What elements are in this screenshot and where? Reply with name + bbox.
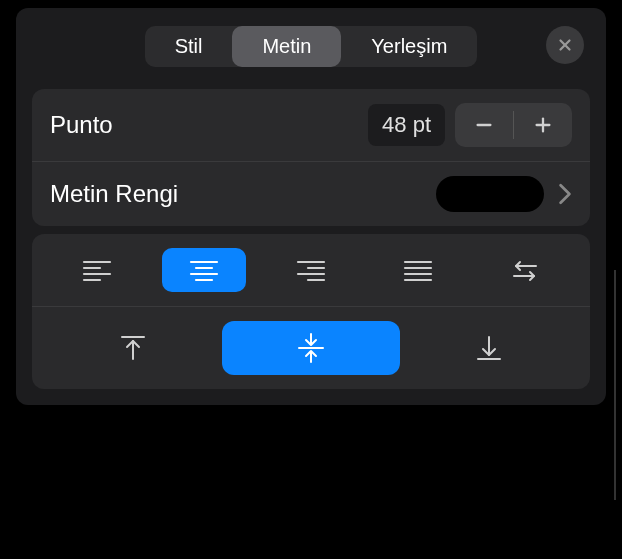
text-color-label: Metin Rengi — [50, 180, 436, 208]
close-icon — [556, 36, 574, 54]
align-left-icon — [82, 258, 112, 282]
font-size-label: Punto — [50, 111, 368, 139]
alignment-section — [32, 234, 590, 389]
horizontal-alignment-row — [32, 234, 590, 306]
text-direction-button[interactable] — [483, 248, 567, 292]
callout-line — [614, 270, 616, 500]
tab-style[interactable]: Stil — [145, 26, 233, 67]
align-left-button[interactable] — [55, 248, 139, 292]
plus-icon — [532, 114, 554, 136]
format-panel: Stil Metin Yerleşim Punto 48 pt — [16, 8, 606, 405]
valign-bottom-button[interactable] — [400, 321, 578, 375]
align-justify-button[interactable] — [376, 248, 460, 292]
close-button[interactable] — [546, 26, 584, 64]
text-color-swatch[interactable] — [436, 176, 544, 212]
text-color-row[interactable]: Metin Rengi — [32, 161, 590, 226]
font-size-value[interactable]: 48 pt — [368, 104, 445, 146]
vertical-alignment-row — [32, 306, 590, 389]
chevron-right-icon — [558, 183, 572, 205]
align-right-button[interactable] — [269, 248, 353, 292]
font-section: Punto 48 pt Metin Rengi — [32, 89, 590, 226]
valign-middle-icon — [295, 332, 327, 364]
font-size-stepper — [455, 103, 572, 147]
tab-text[interactable]: Metin — [232, 26, 341, 67]
valign-middle-button[interactable] — [222, 321, 400, 375]
align-center-button[interactable] — [162, 248, 246, 292]
valign-top-icon — [118, 333, 148, 363]
tab-layout[interactable]: Yerleşim — [341, 26, 477, 67]
minus-icon — [473, 114, 495, 136]
font-size-row: Punto 48 pt — [32, 89, 590, 161]
tab-group: Stil Metin Yerleşim — [145, 26, 478, 67]
align-right-icon — [296, 258, 326, 282]
decrease-size-button[interactable] — [455, 103, 513, 147]
valign-bottom-icon — [474, 333, 504, 363]
increase-size-button[interactable] — [514, 103, 572, 147]
align-center-icon — [189, 258, 219, 282]
align-justify-icon — [403, 258, 433, 282]
valign-top-button[interactable] — [44, 321, 222, 375]
tab-header: Stil Metin Yerleşim — [16, 8, 606, 81]
text-direction-icon — [510, 258, 540, 282]
